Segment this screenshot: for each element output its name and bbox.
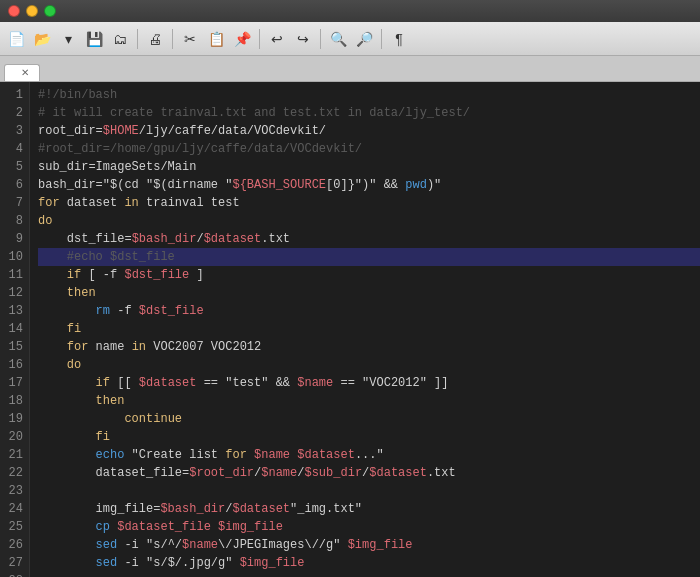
toolbar: 📄 📂 ▾ 💾 🗂 🖨 ✂ 📋 📌 ↩ ↪ 🔍 🔎 ¶ [0, 22, 700, 56]
code-line-22: dataset_file=$root_dir/$name/$sub_dir/$d… [38, 464, 700, 482]
code-line-8: do [38, 212, 700, 230]
code-area: 1234567891011121314151617181920212223242… [0, 82, 700, 577]
code-line-17: if [[ $dataset == "test" && $name == "VO… [38, 374, 700, 392]
separator-3 [259, 29, 260, 49]
code-line-9: dst_file=$bash_dir/$dataset.txt [38, 230, 700, 248]
separator-5 [381, 29, 382, 49]
code-line-10: #echo $dst_file [38, 248, 700, 266]
separator-4 [320, 29, 321, 49]
code-line-20: fi [38, 428, 700, 446]
code-line-23 [38, 482, 700, 500]
title-bar [0, 0, 700, 22]
code-line-1: #!/bin/bash [38, 86, 700, 104]
find-button[interactable]: 🔍 [326, 27, 350, 51]
close-button[interactable] [8, 5, 20, 17]
code-line-25: cp $dataset_file $img_file [38, 518, 700, 536]
maximize-button[interactable] [44, 5, 56, 17]
tab-bar: ✕ [0, 56, 700, 82]
tb-dropdown-btn[interactable]: ▾ [56, 27, 80, 51]
code-line-14: fi [38, 320, 700, 338]
code-line-2: # it will create trainval.txt and test.t… [38, 104, 700, 122]
tab-file[interactable]: ✕ [4, 64, 40, 81]
code-line-11: if [ -f $dst_file ] [38, 266, 700, 284]
code-line-21: echo "Create list for $name $dataset..." [38, 446, 700, 464]
code-line-13: rm -f $dst_file [38, 302, 700, 320]
paste-button[interactable]: 📌 [230, 27, 254, 51]
separator-1 [137, 29, 138, 49]
print-button[interactable]: 🖨 [143, 27, 167, 51]
code-line-5: sub_dir=ImageSets/Main [38, 158, 700, 176]
tab-close-button[interactable]: ✕ [21, 68, 29, 78]
code-line-4: #root_dir=/home/gpu/ljy/caffe/data/VOCde… [38, 140, 700, 158]
code-line-3: root_dir=$HOME/ljy/caffe/data/VOCdevkit/ [38, 122, 700, 140]
code-line-7: for dataset in trainval test [38, 194, 700, 212]
code-line-27: sed -i "s/$/.jpg/g" $img_file [38, 554, 700, 572]
undo-button[interactable]: ↩ [265, 27, 289, 51]
code-content[interactable]: #!/bin/bash# it will create trainval.txt… [30, 82, 700, 577]
code-line-16: do [38, 356, 700, 374]
minimize-button[interactable] [26, 5, 38, 17]
zoom-button[interactable]: 🔎 [352, 27, 376, 51]
redo-button[interactable]: ↪ [291, 27, 315, 51]
code-line-12: then [38, 284, 700, 302]
cut-button[interactable]: ✂ [178, 27, 202, 51]
save-button[interactable]: 💾 [82, 27, 106, 51]
separator-2 [172, 29, 173, 49]
code-line-15: for name in VOC2007 VOC2012 [38, 338, 700, 356]
open-button[interactable]: 📂 [30, 27, 54, 51]
code-line-28 [38, 572, 700, 577]
code-line-19: continue [38, 410, 700, 428]
new-button[interactable]: 📄 [4, 27, 28, 51]
code-line-26: sed -i "s/^/$name\/JPEGImages\//g" $img_… [38, 536, 700, 554]
code-line-18: then [38, 392, 700, 410]
pilcrow-button[interactable]: ¶ [387, 27, 411, 51]
code-line-6: bash_dir="$(cd "$(dirname "${BASH_SOURCE… [38, 176, 700, 194]
code-line-24: img_file=$bash_dir/$dataset"_img.txt" [38, 500, 700, 518]
line-numbers: 1234567891011121314151617181920212223242… [0, 82, 30, 577]
save-all-button[interactable]: 🗂 [108, 27, 132, 51]
copy-button[interactable]: 📋 [204, 27, 228, 51]
